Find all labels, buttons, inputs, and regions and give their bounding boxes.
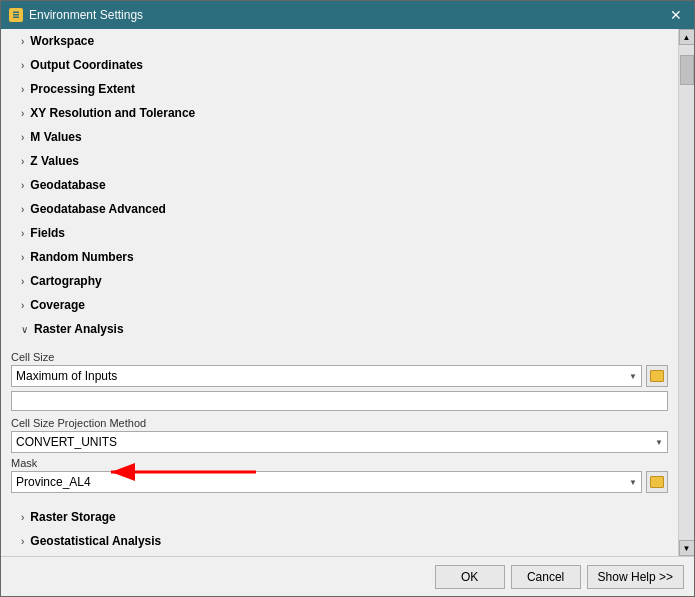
scroll-track bbox=[679, 45, 694, 540]
svg-rect-1 bbox=[13, 14, 19, 16]
mask-value: Province_AL4 bbox=[16, 475, 91, 489]
expand-icon: › bbox=[21, 228, 24, 239]
cell-size-label: Cell Size bbox=[11, 351, 668, 363]
scroll-down-arrow[interactable]: ▼ bbox=[679, 540, 695, 556]
main-content: ›Workspace›Output Coordinates›Processing… bbox=[1, 29, 678, 556]
sidebar-item-cartography[interactable]: ›Cartography bbox=[1, 269, 678, 293]
sidebar-item-processing-extent[interactable]: ›Processing Extent bbox=[1, 77, 678, 101]
mask-folder-icon bbox=[650, 476, 664, 488]
section-label-processing-extent: Processing Extent bbox=[30, 82, 135, 96]
expand-icon: › bbox=[21, 536, 24, 547]
sidebar-item-m-values[interactable]: ›M Values bbox=[1, 125, 678, 149]
section-label-cartography: Cartography bbox=[30, 274, 101, 288]
svg-rect-2 bbox=[13, 17, 19, 19]
expand-icon: › bbox=[21, 252, 24, 263]
section-label-raster-storage: Raster Storage bbox=[30, 510, 115, 524]
expand-icon: › bbox=[21, 300, 24, 311]
expand-icon: › bbox=[21, 108, 24, 119]
folder-icon bbox=[650, 370, 664, 382]
collapse-icon: ∨ bbox=[21, 324, 28, 335]
section-label-geodatabase: Geodatabase bbox=[30, 178, 105, 192]
window-icon bbox=[9, 8, 23, 22]
expand-icon: › bbox=[21, 276, 24, 287]
cell-size-value: Maximum of Inputs bbox=[16, 369, 117, 383]
ok-button[interactable]: OK bbox=[435, 565, 505, 589]
cell-size-row: Maximum of Inputs ▼ bbox=[11, 365, 668, 387]
cancel-button[interactable]: Cancel bbox=[511, 565, 581, 589]
cell-size-text-input[interactable] bbox=[11, 391, 668, 411]
help-button[interactable]: Show Help >> bbox=[587, 565, 684, 589]
expand-icon: › bbox=[21, 180, 24, 191]
sidebar-item-z-values[interactable]: ›Z Values bbox=[1, 149, 678, 173]
scroll-thumb[interactable] bbox=[680, 55, 694, 85]
sidebar-item-raster-analysis[interactable]: ∨Raster Analysis bbox=[1, 317, 678, 341]
mask-label: Mask bbox=[11, 457, 668, 469]
sidebar-item-raster-storage[interactable]: ›Raster Storage bbox=[1, 505, 678, 529]
section-label-raster-analysis: Raster Analysis bbox=[34, 322, 124, 336]
expand-icon: › bbox=[21, 36, 24, 47]
footer: OK Cancel Show Help >> bbox=[1, 556, 694, 596]
sidebar-item-fields[interactable]: ›Fields bbox=[1, 221, 678, 245]
cell-size-folder-btn[interactable] bbox=[646, 365, 668, 387]
title-bar-left: Environment Settings bbox=[9, 8, 143, 22]
sections-list: ›Workspace›Output Coordinates›Processing… bbox=[1, 29, 678, 556]
section-label-m-values: M Values bbox=[30, 130, 81, 144]
mask-row-wrapper: Province_AL4 ▼ bbox=[11, 471, 668, 493]
expand-icon: › bbox=[21, 156, 24, 167]
cell-size-projection-dropdown[interactable]: CONVERT_UNITS ▼ bbox=[11, 431, 668, 453]
close-button[interactable]: ✕ bbox=[666, 5, 686, 25]
mask-row: Province_AL4 ▼ bbox=[11, 471, 668, 493]
expand-icon: › bbox=[21, 84, 24, 95]
sidebar-item-geodatabase-advanced[interactable]: ›Geodatabase Advanced bbox=[1, 197, 678, 221]
sidebar-item-output-coordinates[interactable]: ›Output Coordinates bbox=[1, 53, 678, 77]
expand-icon: › bbox=[21, 60, 24, 71]
environment-settings-window: Environment Settings ✕ ›Workspace›Output… bbox=[0, 0, 695, 597]
cell-size-dropdown-arrow: ▼ bbox=[629, 372, 637, 381]
section-label-output-coordinates: Output Coordinates bbox=[30, 58, 143, 72]
svg-rect-3 bbox=[13, 12, 19, 14]
sidebar-item-coverage[interactable]: ›Coverage bbox=[1, 293, 678, 317]
scroll-up-arrow[interactable]: ▲ bbox=[679, 29, 695, 45]
title-bar: Environment Settings ✕ bbox=[1, 1, 694, 29]
sidebar-item-xy-resolution[interactable]: ›XY Resolution and Tolerance bbox=[1, 101, 678, 125]
raster-analysis-expanded: Cell Size Maximum of Inputs ▼ Cell Size … bbox=[1, 341, 678, 505]
scrollbar[interactable]: ▲ ▼ bbox=[678, 29, 694, 556]
mask-folder-btn[interactable] bbox=[646, 471, 668, 493]
section-label-geodatabase-advanced: Geodatabase Advanced bbox=[30, 202, 166, 216]
section-label-xy-resolution: XY Resolution and Tolerance bbox=[30, 106, 195, 120]
sidebar-item-workspace[interactable]: ›Workspace bbox=[1, 29, 678, 53]
section-label-geostatistical-analysis: Geostatistical Analysis bbox=[30, 534, 161, 548]
section-label-random-numbers: Random Numbers bbox=[30, 250, 133, 264]
projection-dropdown-arrow: ▼ bbox=[655, 438, 663, 447]
section-label-z-values: Z Values bbox=[30, 154, 79, 168]
mask-dropdown[interactable]: Province_AL4 ▼ bbox=[11, 471, 642, 493]
cell-size-dropdown[interactable]: Maximum of Inputs ▼ bbox=[11, 365, 642, 387]
cell-size-projection-value: CONVERT_UNITS bbox=[16, 435, 117, 449]
sidebar-item-random-numbers[interactable]: ›Random Numbers bbox=[1, 245, 678, 269]
window-body: ›Workspace›Output Coordinates›Processing… bbox=[1, 29, 694, 556]
section-label-coverage: Coverage bbox=[30, 298, 85, 312]
section-label-fields: Fields bbox=[30, 226, 65, 240]
expand-icon: › bbox=[21, 132, 24, 143]
expand-icon: › bbox=[21, 512, 24, 523]
section-label-workspace: Workspace bbox=[30, 34, 94, 48]
mask-dropdown-arrow: ▼ bbox=[629, 478, 637, 487]
expand-icon: › bbox=[21, 204, 24, 215]
window-title: Environment Settings bbox=[29, 8, 143, 22]
cell-size-projection-label: Cell Size Projection Method bbox=[11, 417, 668, 429]
sidebar-item-geostatistical-analysis[interactable]: ›Geostatistical Analysis bbox=[1, 529, 678, 553]
sidebar-item-geodatabase[interactable]: ›Geodatabase bbox=[1, 173, 678, 197]
cell-size-text-row bbox=[11, 391, 668, 411]
